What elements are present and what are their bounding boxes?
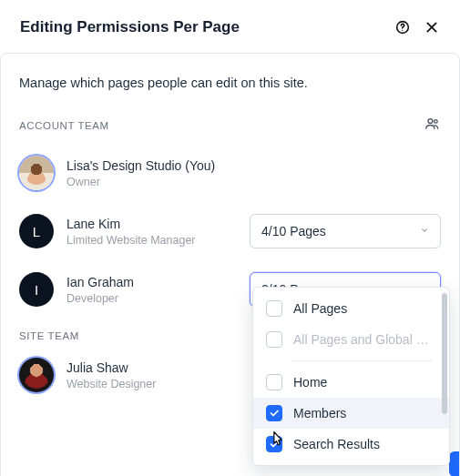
avatar-initial: I <box>35 282 38 298</box>
member-role: Developer <box>66 292 250 305</box>
svg-point-2 <box>428 119 433 124</box>
member-row: Lisa's Design Studio (You) Owner <box>19 156 441 190</box>
section-site-team: SITE TEAM <box>19 330 79 341</box>
floating-action[interactable] <box>449 451 459 476</box>
member-role: Owner <box>66 176 441 188</box>
member-name: Lisa's Design Studio (You) <box>66 157 441 175</box>
people-icon[interactable] <box>424 116 441 136</box>
pages-select-value: 4/10 Pages <box>261 224 326 238</box>
checkbox[interactable] <box>266 405 282 421</box>
dropdown-item-all-pages[interactable]: All Pages <box>253 293 449 324</box>
pages-select[interactable]: 4/10 Pages <box>250 214 441 248</box>
help-icon[interactable] <box>394 19 411 35</box>
member-row: L Lane Kim Limited Website Manager 4/10 … <box>19 214 441 248</box>
dropdown-label: Members <box>293 406 436 420</box>
avatar <box>19 358 54 392</box>
modal-title: Editing Permissions Per Page <box>20 18 240 36</box>
checkbox[interactable] <box>266 300 282 317</box>
dropdown-item-all-global: All Pages and Global Se… <box>253 324 449 355</box>
checkbox <box>266 331 282 348</box>
divider <box>291 360 433 361</box>
member-name: Lane Kim <box>66 216 250 233</box>
checkbox[interactable] <box>266 436 282 452</box>
dropdown-label: Search Results <box>293 437 436 451</box>
dropdown-label: All Pages <box>293 301 436 316</box>
avatar: I <box>19 272 54 307</box>
avatar: L <box>19 214 54 248</box>
dropdown-item-members[interactable]: Members <box>253 398 449 429</box>
scrollbar[interactable] <box>442 293 447 414</box>
close-icon[interactable] <box>424 19 440 35</box>
checkbox[interactable] <box>266 374 282 390</box>
dropdown-label: Home <box>293 375 436 390</box>
description-text: Manage which pages people can edit on th… <box>19 76 441 90</box>
dropdown-item-home[interactable]: Home <box>253 367 449 398</box>
avatar <box>19 156 54 190</box>
svg-point-1 <box>402 30 403 31</box>
dropdown-item-search-results[interactable]: Search Results <box>253 429 449 460</box>
member-name: Ian Graham <box>66 274 250 291</box>
dropdown-label: All Pages and Global Se… <box>293 332 436 347</box>
svg-point-3 <box>434 120 438 124</box>
member-role: Limited Website Manager <box>66 234 250 247</box>
section-account-team: ACCOUNT TEAM <box>19 120 109 131</box>
chevron-down-icon <box>420 226 429 237</box>
pages-dropdown: All Pages All Pages and Global Se… Home … <box>252 287 450 466</box>
avatar-initial: L <box>33 224 40 239</box>
